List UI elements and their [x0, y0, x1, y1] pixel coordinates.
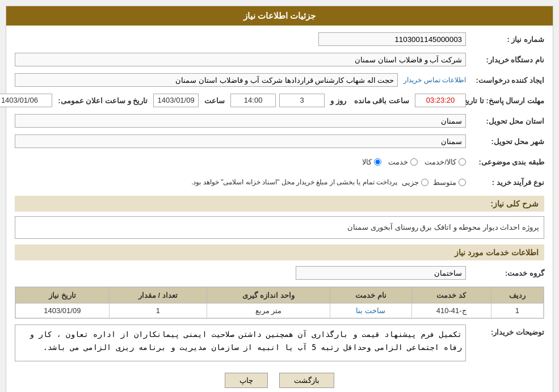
city-row: شهر محل تحویل: — [15, 133, 544, 149]
announce-datetime-label: تاریخ و ساعت اعلان عمومی: — [58, 96, 148, 105]
col-row-num: ردیف — [491, 288, 543, 304]
province-row: استان محل تحویل: — [15, 113, 544, 129]
creator-input[interactable] — [15, 73, 398, 87]
purchase-jazii-label: جزیی — [402, 178, 419, 187]
buyer-org-label: نام دستگاه خریدار: — [470, 56, 544, 64]
service-group-input[interactable] — [296, 266, 466, 280]
need-number-row: شماره نیاز : — [15, 31, 544, 47]
service-group-label: گروه خدمت: — [470, 269, 544, 277]
page-title: جزئیات اطلاعات نیاز — [243, 11, 316, 20]
deadline-label: مهلت ارسال پاسخ: تا تاریخ: — [470, 96, 544, 105]
deadline-date-box: 1403/01/09 — [153, 94, 199, 107]
need-number-input[interactable] — [318, 32, 466, 46]
purchase-type-row: نوع فرآیند خرید : متوسط جزیی پرداخت تمام… — [15, 174, 544, 190]
deadline-days-box: 3 — [279, 94, 325, 107]
services-table: ردیف کد خدمت نام خدمت واحد اندازه گیری ت… — [15, 287, 544, 318]
category-kala-item: کالا — [362, 158, 381, 166]
province-label: استان محل تحویل: — [470, 117, 544, 125]
category-khedmat-label: خدمت — [388, 158, 408, 166]
deadline-time-box: 14:00 — [230, 94, 276, 107]
province-input[interactable] — [15, 114, 466, 128]
page-header: جزئیات اطلاعات نیاز — [6, 6, 553, 26]
purchase-type-group: متوسط جزیی پرداخت تمام یا بخشی از مبلغ خ… — [15, 178, 466, 187]
need-desc-label: شرح کلی نیاز: — [491, 199, 539, 208]
category-kala-khedmat-label: کالا/خدمت — [424, 158, 456, 166]
col-date: تاریخ نیاز — [16, 288, 110, 304]
buyer-notes-textarea[interactable] — [15, 324, 466, 361]
remaining-label: ساعت باقی مانده — [354, 96, 409, 105]
need-number-label: شماره نیاز : — [470, 35, 544, 44]
cell-qty: 1 — [109, 304, 207, 318]
services-table-container: ردیف کد خدمت نام خدمت واحد اندازه گیری ت… — [15, 286, 544, 319]
need-desc-box: پروژه احداث دیوار محوطه و اتافک برق روست… — [15, 216, 544, 239]
purchase-jazii-radio[interactable] — [421, 179, 428, 186]
button-row: بازگشت چاپ — [15, 366, 544, 392]
col-name: نام خدمت — [330, 288, 411, 304]
purchase-motovaset-label: متوسط — [433, 178, 456, 187]
days-label: روز و — [330, 96, 346, 105]
category-khedmat-item: خدمت — [388, 158, 418, 166]
table-row: 1 ج-41-410 ساخت بنا متر مربع 1 1403/01/0… — [16, 304, 544, 318]
category-radio-group: کالا/خدمت خدمت کالا — [362, 158, 466, 166]
category-row: طبقه بندی موضوعی: کالا/خدمت خدمت کالا — [15, 154, 544, 170]
col-code: کد خدمت — [411, 288, 491, 304]
purchase-jazii-item: جزیی — [402, 178, 428, 187]
need-desc-header: شرح کلی نیاز: — [15, 196, 544, 212]
service-group-row: گروه خدمت: — [15, 265, 544, 281]
category-kala-khedmat-item: کالا/خدمت — [424, 158, 466, 166]
col-qty: تعداد / مقدار — [109, 288, 207, 304]
purchase-motovaset-item: متوسط — [433, 178, 466, 187]
services-header-label: اطلاعات خدمات مورد نیاز — [455, 248, 539, 257]
announce-datetime-box: 1403/01/06 - 10:24 — [0, 94, 52, 107]
services-header: اطلاعات خدمات مورد نیاز — [15, 245, 544, 260]
creator-row: ایجاد کننده درخواست: اطلاعات تماس خریدار — [15, 72, 544, 88]
deadline-row: مهلت ارسال پاسخ: تا تاریخ: 03:23:20 ساعت… — [15, 92, 544, 108]
contact-link[interactable]: اطلاعات تماس خریدار — [404, 76, 466, 84]
buyer-notes-row: توضیحات خریدار: — [15, 324, 544, 361]
back-button[interactable]: بازگشت — [279, 373, 334, 388]
buyer-org-input[interactable] — [15, 53, 466, 66]
time-label: ساعت — [204, 96, 225, 105]
creator-label: ایجاد کننده درخواست: — [470, 76, 544, 85]
buyer-org-row: نام دستگاه خریدار: — [15, 52, 544, 68]
category-label: طبقه بندی موضوعی: — [470, 158, 544, 166]
buyer-notes-label: توضیحات خریدار: — [470, 328, 544, 336]
city-label: شهر محل تحویل: — [470, 137, 544, 146]
cell-code: ج-41-410 — [411, 304, 491, 318]
purchase-type-label: نوع فرآیند خرید : — [470, 178, 544, 187]
purchase-motovaset-radio[interactable] — [459, 179, 466, 186]
print-button[interactable]: چاپ — [225, 373, 268, 388]
category-kala-khedmat-radio[interactable] — [459, 158, 466, 166]
cell-row-num: 1 — [491, 304, 543, 318]
col-unit: واحد اندازه گیری — [207, 288, 330, 304]
table-header-row: ردیف کد خدمت نام خدمت واحد اندازه گیری ت… — [16, 288, 544, 304]
cell-name: ساخت بنا — [330, 304, 411, 318]
category-khedmat-radio[interactable] — [410, 158, 418, 166]
cell-unit: متر مربع — [207, 304, 330, 318]
category-kala-radio[interactable] — [374, 158, 381, 166]
purchase-note: پرداخت تمام یا بخشی از مبلغ خریدار محل "… — [191, 178, 397, 186]
countdown-box: 03:23:20 — [415, 94, 466, 107]
cell-date: 1403/01/09 — [16, 304, 110, 318]
category-kala-label: کالا — [362, 158, 372, 166]
city-input[interactable] — [15, 134, 466, 148]
